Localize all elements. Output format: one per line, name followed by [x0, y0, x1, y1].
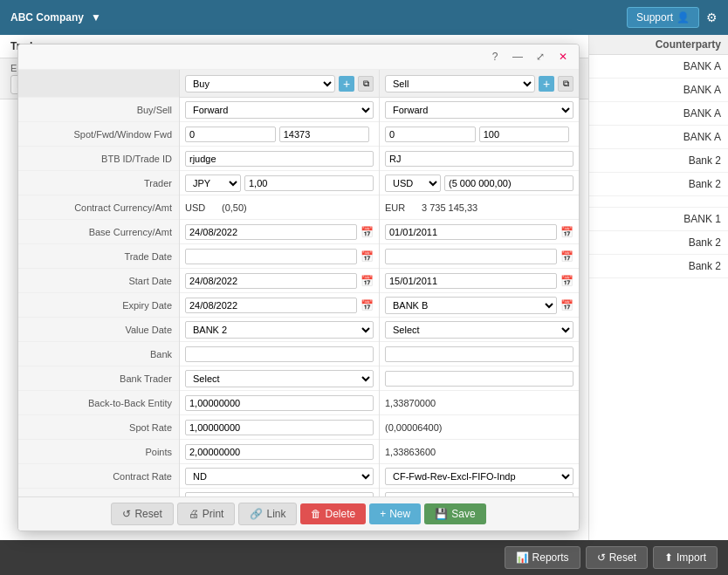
maximize-icon: ⤢: [536, 51, 545, 63]
col2-btb-input[interactable]: [385, 127, 476, 142]
save-button[interactable]: 💾 Save: [424, 503, 485, 524]
print-button[interactable]: 🖨 Print: [177, 503, 236, 525]
col2-trader-input[interactable]: [385, 151, 573, 167]
reset-button[interactable]: ↺ Reset: [111, 503, 173, 525]
new-icon: +: [380, 508, 386, 520]
data-columns: Buy Sell + ⧉ Forward Spot: [180, 70, 579, 496]
col1-base-currency: USD: [185, 202, 218, 213]
label-contract-currency: Contract Currency/Amt: [18, 195, 179, 220]
col2-strategy-row: CF-Fwd-Rev-Excl-FIFO-Indp: [380, 464, 579, 489]
col2-start-date-row: 📅: [380, 244, 579, 269]
support-label: Support: [636, 11, 673, 24]
col1-header: Buy Sell + ⧉: [180, 70, 379, 98]
col2-points-row: (0,00006400): [380, 415, 579, 440]
col1-contract-amt-input[interactable]: [244, 175, 374, 191]
col2-expiry-date-cal-icon[interactable]: 📅: [560, 275, 573, 287]
list-item: BANK A: [589, 126, 728, 149]
delete-button[interactable]: 🗑 Delete: [300, 503, 366, 524]
maximize-button[interactable]: ⤢: [532, 48, 549, 65]
col1-add-button[interactable]: +: [339, 76, 354, 92]
col1-expiry-date-cal-icon[interactable]: 📅: [361, 275, 374, 287]
col1-start-date-input[interactable]: [185, 249, 357, 264]
col1-btb-entity-select[interactable]: Select: [185, 370, 374, 387]
col1-contract-rate-row: [180, 440, 379, 464]
new-button[interactable]: + New: [369, 503, 421, 524]
bottom-reset-icon: ↺: [597, 551, 606, 564]
col2-value-date-row: BANK B 📅: [380, 293, 579, 318]
col1-start-date-cal-icon[interactable]: 📅: [361, 250, 374, 263]
col1-strategy-select[interactable]: ND: [185, 468, 374, 485]
list-item: BANK 1: [589, 208, 728, 231]
col2-spot-rate-val: 1,33870000: [385, 398, 436, 408]
trade-dialog: ? — ⤢ ✕ Buy/Sell Spot/Fwd/Window Fwd: [17, 44, 580, 531]
col1-points-row: [180, 415, 379, 440]
col2-trade-date-cal-icon[interactable]: 📅: [560, 226, 573, 238]
main-content: Trades Entity EUR Sub ▼ Configure Trade …: [0, 35, 728, 575]
minimize-button[interactable]: —: [509, 48, 526, 65]
col1-trader-row: [180, 147, 379, 171]
col2-start-date-input[interactable]: [385, 249, 557, 264]
close-icon: ✕: [559, 51, 567, 63]
label-bank-trader: Bank Trader: [18, 366, 179, 391]
print-label: Print: [203, 508, 224, 520]
col2-bank-row: Select BANK A BANK 1: [380, 318, 579, 342]
col2-trade-id-input[interactable]: [479, 127, 570, 142]
gear-icon[interactable]: ⚙: [706, 10, 718, 24]
link-button[interactable]: 🔗 Link: [238, 503, 297, 525]
col1-type-select[interactable]: Forward Spot: [185, 101, 374, 119]
col1-value-date-input[interactable]: [185, 298, 357, 313]
col1-value-date-cal-icon[interactable]: 📅: [361, 299, 374, 311]
col2-strategy-select[interactable]: CF-Fwd-Rev-Excl-FIFO-Indp: [385, 468, 573, 485]
col2-start-date-cal-icon[interactable]: 📅: [560, 250, 573, 263]
col2-currency-select[interactable]: USD JPY EUR: [385, 175, 441, 192]
bottom-reset-button[interactable]: ↺ Reset: [586, 546, 648, 569]
link-icon: 🔗: [250, 508, 263, 520]
col1-btb-input[interactable]: [185, 127, 276, 142]
col1-copy-button[interactable]: ⧉: [358, 76, 374, 92]
col1-expiry-date-input[interactable]: [185, 273, 357, 289]
col1-trader-input[interactable]: [185, 151, 374, 167]
chevron-down-icon[interactable]: ▼: [91, 11, 101, 24]
col1-spot-rate-input[interactable]: [185, 395, 374, 411]
col2-type-select[interactable]: Forward Spot: [385, 101, 573, 119]
list-item: Bank 2: [589, 173, 728, 196]
col1-contract-rate-input[interactable]: [185, 444, 374, 460]
delete-label: Delete: [325, 508, 355, 520]
reports-label: Reports: [532, 551, 569, 564]
col2-value-date-select[interactable]: BANK B: [385, 297, 557, 314]
col2-expiry-date-row: 📅: [380, 269, 579, 293]
col2-contract-amt-input[interactable]: [444, 175, 573, 191]
col1-bank-select[interactable]: BANK 2 BANK A BANK 1: [185, 321, 374, 339]
label-bank: Bank: [18, 342, 179, 366]
label-btb-id: BTB ID/Trade ID: [18, 147, 179, 171]
col2-buysell-select[interactable]: Sell Buy: [385, 75, 535, 92]
col1-trade-id-input[interactable]: [279, 127, 370, 142]
list-item: BANK A: [589, 102, 728, 126]
col1-bank-trader-row: [180, 342, 379, 366]
import-button[interactable]: ⬆ Import: [653, 546, 718, 569]
app-title: ABC Company: [10, 11, 84, 24]
support-button[interactable]: Support 👤: [627, 7, 699, 28]
col2-expiry-date-input[interactable]: [385, 273, 557, 289]
col1-trade-date-input[interactable]: [185, 224, 357, 240]
col2-copy-button[interactable]: ⧉: [558, 76, 573, 92]
col1-buysell-select[interactable]: Buy Sell: [185, 75, 335, 92]
col2-bank-select[interactable]: Select BANK A BANK 1: [385, 321, 573, 339]
col2-trade-date-input[interactable]: [385, 224, 557, 240]
col1-bank-trader-input[interactable]: [185, 346, 374, 362]
col1-expiry-date-row: 📅: [180, 269, 379, 293]
col2-bank-trader-input[interactable]: [385, 346, 573, 362]
col1-trade-date-cal-icon[interactable]: 📅: [361, 226, 374, 238]
help-button[interactable]: ?: [486, 48, 504, 65]
user-icon: 👤: [676, 11, 690, 24]
col1: Buy Sell + ⧉ Forward Spot: [180, 70, 380, 496]
label-trade-date: Trade Date: [18, 244, 179, 269]
col1-points-input[interactable]: [185, 420, 374, 435]
col1-currency-select[interactable]: JPY USD EUR: [185, 175, 241, 192]
col2-value-date-cal-icon[interactable]: 📅: [560, 299, 573, 311]
reports-button[interactable]: 📊 Reports: [505, 546, 580, 569]
close-button[interactable]: ✕: [554, 48, 572, 65]
col2-btb-entity-input[interactable]: [385, 371, 573, 387]
col2-add-button[interactable]: +: [539, 76, 554, 92]
col1-trade-method-row: PINACLE MANUAL: [180, 489, 379, 496]
